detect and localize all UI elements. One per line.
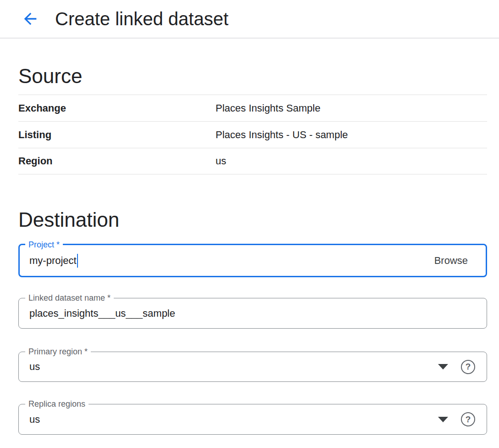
replica-regions-value: us [19,414,40,426]
source-info-table: Exchange Places Insights Sample Listing … [18,95,487,174]
listing-value: Places Insights - US - sample [216,129,348,141]
page-title: Create linked dataset [55,9,228,29]
primary-region-select[interactable]: Primary region * us ? [18,352,487,382]
primary-region-label: Primary region * [25,347,91,356]
replica-regions-trailing: ? [438,412,487,426]
linked-dataset-name-label: Linked dataset name * [25,293,114,302]
primary-region-value: us [19,361,40,373]
project-field-label: Project * [25,240,63,249]
table-row-region: Region us [18,148,487,174]
exchange-label: Exchange [18,102,216,114]
back-button[interactable] [20,9,40,29]
region-label: Region [18,155,216,167]
replica-regions-label: Replica regions [25,399,89,409]
destination-heading: Destination [18,208,487,231]
table-row-listing: Listing Places Insights - US - sample [18,121,487,148]
region-value: us [216,155,226,167]
text-caret [77,254,78,268]
browse-button[interactable]: Browse [434,255,468,267]
linked-dataset-name-field[interactable]: Linked dataset name * places_insights___… [18,298,487,329]
project-field[interactable]: Project * my-project Browse [18,244,487,277]
project-input-value[interactable]: my-project [20,255,77,267]
arrow-drop-down-icon [438,364,448,370]
linked-dataset-name-value[interactable]: places_insights___us___sample [19,308,175,319]
help-icon[interactable]: ? [461,360,475,374]
exchange-value: Places Insights Sample [216,102,321,114]
listing-label: Listing [18,129,216,141]
page-header: Create linked dataset [0,0,499,39]
arrow-drop-down-icon [438,417,448,422]
table-row-exchange: Exchange Places Insights Sample [18,95,487,121]
create-linked-dataset-form: Source Exchange Places Insights Sample L… [0,65,499,435]
arrow-back-icon [21,10,39,28]
primary-region-trailing: ? [438,360,487,374]
replica-regions-select[interactable]: Replica regions us ? [18,404,487,435]
help-icon[interactable]: ? [461,412,475,426]
source-heading: Source [18,65,487,88]
